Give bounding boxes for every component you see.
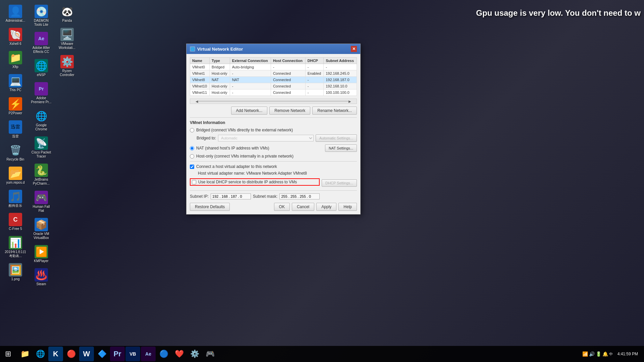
taskbar-blue2[interactable]: 🔵 bbox=[156, 347, 171, 361]
desktop-icon-kmplayer[interactable]: ▶️ KMPlayer bbox=[29, 244, 53, 264]
table-row[interactable]: VMnet1 Host-only - Connected Enabled 192… bbox=[190, 70, 357, 77]
desktop-icon-daemon-tools[interactable]: 💿 DAEMON Tools Lite bbox=[29, 3, 53, 28]
desktop-icon-img[interactable]: 🖼️ 1.png bbox=[3, 262, 28, 283]
taskbar-heart[interactable]: ❤️ bbox=[172, 347, 186, 361]
cancel-button[interactable]: Cancel bbox=[292, 203, 314, 211]
automatic-settings-button[interactable]: Automatic Settings... bbox=[316, 134, 357, 142]
apply-button[interactable]: Apply bbox=[316, 203, 336, 211]
desktop-icon-ryzen[interactable]: ⚙️ Ryzen Controller bbox=[55, 54, 79, 78]
this-pc-label: This PC bbox=[9, 88, 21, 92]
taskbar-gear[interactable]: ⚙️ bbox=[187, 347, 202, 361]
desktop-icon-xshell6[interactable]: 🐚 Xshell 6 bbox=[3, 26, 28, 47]
subnet-mask-input[interactable] bbox=[279, 193, 320, 199]
bridged-to-select[interactable]: Automatic bbox=[218, 135, 314, 141]
blue-app-icon: 🔷 bbox=[98, 350, 107, 358]
desktop-icon-p2power[interactable]: ⚡ P2Power bbox=[3, 96, 28, 117]
use-dhcp-row: Use local DHCP service to distribute IP … bbox=[190, 178, 320, 186]
scroll-track[interactable] bbox=[198, 101, 348, 102]
steam-icon: ♨️ bbox=[35, 268, 48, 282]
nat-settings-button[interactable]: NAT Settings... bbox=[325, 144, 357, 152]
cisco-label: Cisco Packet Tracer bbox=[31, 150, 52, 159]
ensp-label: eNSP bbox=[37, 73, 46, 77]
taskbar-ae[interactable]: Ae bbox=[141, 347, 156, 361]
connect-adapter-label: Connect a host virtual adapter to this n… bbox=[196, 164, 277, 169]
taskbar-game[interactable]: 🎮 bbox=[203, 347, 217, 361]
desktop-icon-vmware[interactable]: 🖥️ VMware Workstati... bbox=[55, 26, 79, 51]
xshell6-icon: 🐚 bbox=[9, 28, 22, 41]
col-external: External Connection bbox=[230, 58, 271, 64]
table-row[interactable]: VMnet11 Host-only - Connected - 100.100.… bbox=[190, 89, 357, 96]
desktop-icon-this-pc[interactable]: 💻 This PC bbox=[3, 73, 28, 94]
bridged-radio[interactable] bbox=[190, 128, 194, 132]
scroll-right-btn[interactable]: ▶ bbox=[348, 100, 351, 103]
cell-vmnet8-host: Connected bbox=[271, 77, 305, 83]
desktop-icon-cisco[interactable]: 📡 Cisco Packet Tracer bbox=[29, 135, 53, 160]
table-row-selected[interactable]: VMnet8 NAT NAT Connected - 192.168.187.0 bbox=[190, 77, 357, 83]
cell-vmnet0-name: VMnet0 bbox=[190, 64, 210, 70]
cell-vmnet0-type: Bridged bbox=[210, 64, 230, 70]
cell-vmnet11-external: - bbox=[230, 89, 271, 96]
desktop-icon-steam[interactable]: ♨️ Steam bbox=[29, 267, 53, 288]
cell-vmnet1-type: Host-only bbox=[210, 70, 230, 77]
add-network-button[interactable]: Add Network... bbox=[231, 107, 268, 115]
time-display: 4:41:59 PM bbox=[618, 352, 638, 356]
desktop-icon-recycle-bin[interactable]: 🗑️ Recycle Bin bbox=[3, 142, 28, 163]
col-host: Host Connection bbox=[271, 58, 305, 64]
desktop-icon-yum-repos[interactable]: 📂 yum.repos.d bbox=[3, 165, 28, 186]
scroll-left-btn[interactable]: ◀ bbox=[196, 100, 198, 103]
remove-network-button[interactable]: Remove Network bbox=[269, 107, 310, 115]
human-fall-flat-icon: 🎮 bbox=[35, 191, 48, 204]
restore-defaults-button[interactable]: Restore Defaults bbox=[190, 203, 230, 211]
kugo-icon: 🎵 bbox=[9, 190, 22, 203]
taskbar-file-explorer[interactable]: 📁 bbox=[17, 347, 32, 361]
cell-vmnet1-dhcp: Enabled bbox=[305, 70, 323, 77]
vb-icon: VB bbox=[129, 351, 136, 357]
human-fall-flat-label: Human Fall Flat bbox=[31, 205, 52, 213]
host-only-radio[interactable] bbox=[190, 154, 194, 159]
desktop-icon-excel[interactable]: 📊 2019年1月1日考勤表... bbox=[3, 235, 28, 259]
desktop-icon-panda[interactable]: 🐼 Panda bbox=[55, 3, 79, 24]
start-button[interactable]: ⊞ bbox=[0, 346, 16, 362]
blue2-icon: 🔵 bbox=[159, 350, 168, 358]
taskbar-k-browser[interactable]: K bbox=[48, 347, 63, 361]
table-row[interactable]: VMnet0 Bridged Auto-bridging - - - bbox=[190, 64, 357, 70]
desktop-icon-adobe-ae[interactable]: Ae Adobe After Effects CC bbox=[29, 31, 53, 55]
desktop-icon-kugo[interactable]: 🎵 酷狗音乐 bbox=[3, 188, 28, 209]
pycharm-icon: 🐍 bbox=[35, 164, 48, 177]
clock[interactable]: 4:41:59 PM bbox=[614, 352, 641, 356]
use-dhcp-checkbox[interactable] bbox=[192, 180, 196, 184]
desktop-icon-human-fall-flat[interactable]: 🎮 Human Fall Flat bbox=[29, 189, 53, 214]
dialog-close-button[interactable]: ✕ bbox=[351, 46, 357, 52]
taskbar-chrome[interactable]: 🌐 bbox=[33, 347, 48, 361]
table-scrollbar[interactable]: ◀ ▶ bbox=[190, 99, 357, 104]
desktop-icon-ensp[interactable]: 🌐 eNSP bbox=[29, 58, 53, 78]
adobe-ae-icon: Ae bbox=[35, 32, 48, 45]
taskbar-word[interactable]: W bbox=[79, 347, 94, 361]
desktop-icon-cfree5[interactable]: C C-Free 5 bbox=[3, 212, 28, 232]
desktop-icon-administrator[interactable]: 👤 Administrat... bbox=[3, 3, 28, 24]
taskbar-pr[interactable]: Pr bbox=[110, 347, 125, 361]
taskbar-vb[interactable]: VB bbox=[125, 347, 140, 361]
ryzen-icon: ⚙️ bbox=[60, 55, 74, 68]
taskbar-blue-app[interactable]: 🔷 bbox=[95, 347, 109, 361]
table-row[interactable]: VMnet10 Host-only - Connected - 192.168.… bbox=[190, 83, 357, 89]
desktop-icon-pycharm[interactable]: 🐍 JetBrains PyCharm... bbox=[29, 162, 53, 187]
img-icon: 🖼️ bbox=[9, 263, 22, 277]
yum-repos-icon: 📂 bbox=[9, 167, 22, 180]
help-button[interactable]: Help bbox=[338, 203, 357, 211]
dhcp-settings-button[interactable]: DHCP Settings... bbox=[322, 179, 357, 187]
subnet-ip-input[interactable] bbox=[211, 193, 251, 199]
ok-button[interactable]: OK bbox=[274, 203, 290, 211]
desktop-icon-xunlei[interactable]: 迅雷 迅雷 bbox=[3, 119, 28, 140]
heart-icon: ❤️ bbox=[175, 350, 184, 358]
desktop-icon-chrome[interactable]: 🌐 Google Chrome bbox=[29, 108, 53, 133]
nat-radio[interactable] bbox=[190, 146, 194, 150]
cell-vmnet1-external: - bbox=[230, 70, 271, 77]
taskbar-red-app[interactable]: 🔴 bbox=[64, 347, 78, 361]
desktop-icon-oracle-vm[interactable]: 📦 Oracle VM VirtualBox bbox=[29, 217, 53, 241]
cell-vmnet1-subnet: 192.168.245.0 bbox=[324, 70, 357, 77]
connect-adapter-checkbox[interactable] bbox=[190, 165, 194, 169]
rename-network-button[interactable]: Rename Network... bbox=[312, 107, 357, 115]
desktop-icon-xftp[interactable]: 📁 Xftp bbox=[3, 50, 28, 70]
desktop-icon-adobe-pr[interactable]: Pr Adobe Premiere Pr... bbox=[29, 81, 53, 106]
